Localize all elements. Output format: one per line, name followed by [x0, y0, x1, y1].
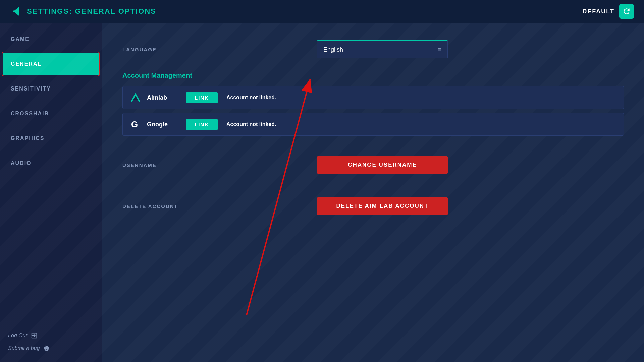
header: SETTINGS: GENERAL OPTIONS DEFAULT: [0, 0, 644, 23]
svg-rect-1: [13, 11, 14, 12]
google-name: Google: [147, 121, 180, 128]
header-left: SETTINGS: GENERAL OPTIONS: [10, 5, 156, 17]
divider-2: [122, 187, 624, 187]
sidebar: GAME GENERAL SENSITIVITY CROSSHAIR GRAPH…: [0, 23, 102, 362]
reset-button[interactable]: [619, 4, 634, 19]
language-value: English: [323, 46, 343, 53]
sidebar-item-game[interactable]: GAME: [3, 28, 99, 51]
main-content: LANGUAGE English ≡ Account Management Ai…: [102, 23, 644, 362]
page-title: SETTINGS: GENERAL OPTIONS: [27, 7, 156, 16]
sidebar-item-sensitivity[interactable]: SENSITIVITY: [3, 77, 99, 100]
google-status: Account not linked.: [226, 121, 276, 127]
aimlab-logo: [129, 92, 142, 104]
divider-1: [122, 146, 624, 146]
delete-account-button[interactable]: DELETE AIM LAB ACCOUNT: [317, 197, 448, 215]
aimlab-name: Aimlab: [147, 94, 180, 101]
aimlab-status: Account not linked.: [226, 95, 276, 101]
delete-account-row: DELETE ACCOUNT DELETE AIM LAB ACCOUNT: [122, 197, 624, 215]
language-label: LANGUAGE: [122, 47, 317, 52]
sidebar-item-graphics[interactable]: GRAPHICS: [3, 127, 99, 150]
google-logo: G: [129, 118, 142, 130]
logout-link[interactable]: Log Out: [8, 332, 94, 339]
delete-account-label: DELETE ACCOUNT: [122, 203, 317, 209]
change-username-button[interactable]: CHANGE USERNAME: [317, 156, 448, 174]
language-control: English ≡: [317, 40, 624, 58]
language-row: LANGUAGE English ≡: [122, 40, 624, 58]
username-label: USERNAME: [122, 162, 317, 168]
submit-bug-link[interactable]: Submit a bug: [8, 345, 94, 352]
title-dynamic: GENERAL OPTIONS: [75, 7, 156, 15]
layout: GAME GENERAL SENSITIVITY CROSSHAIR GRAPH…: [0, 23, 644, 362]
account-management-title: Account Management: [122, 72, 624, 79]
header-right: DEFAULT: [582, 4, 634, 19]
google-link-button[interactable]: LINK: [186, 119, 218, 130]
language-select[interactable]: English ≡: [317, 40, 448, 58]
svg-text:G: G: [131, 119, 138, 129]
sidebar-bottom: Log Out Submit a bug: [0, 325, 102, 362]
sidebar-item-crosshair[interactable]: CROSSHAIR: [3, 102, 99, 125]
username-control: CHANGE USERNAME: [317, 156, 624, 174]
sidebar-item-audio[interactable]: AUDIO: [3, 152, 99, 175]
aimlab-link-button[interactable]: LINK: [186, 92, 218, 103]
username-row: USERNAME CHANGE USERNAME: [122, 156, 624, 174]
list-icon: ≡: [438, 46, 441, 53]
title-static: SETTINGS:: [27, 7, 72, 15]
sidebar-item-general[interactable]: GENERAL: [3, 53, 99, 75]
back-icon[interactable]: [10, 5, 22, 17]
default-label: DEFAULT: [582, 8, 614, 15]
google-account-row: G Google LINK Account not linked.: [122, 113, 624, 136]
delete-control: DELETE AIM LAB ACCOUNT: [317, 197, 624, 215]
aimlab-account-row: Aimlab LINK Account not linked.: [122, 86, 624, 109]
